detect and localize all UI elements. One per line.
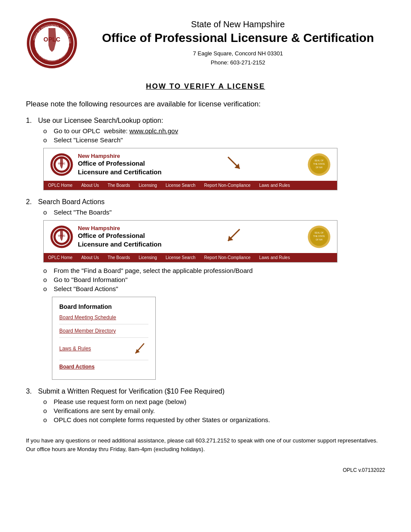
ws-title-2: New Hampshire Office of Professional Lic… <box>78 225 161 248</box>
ws-logo-area-2: OPLC New Hampshire Office of Professiona… <box>50 225 161 249</box>
nav-about-us-1[interactable]: About Us <box>77 181 103 190</box>
nav-laws-1[interactable]: Laws and Rules <box>255 181 294 190</box>
bullet-3-1: Please use request form on next page (be… <box>43 398 385 405</box>
office-name: Office of Professional Licensure & Certi… <box>91 31 385 45</box>
address: 7 Eagle Square, Concord NH 03301 Phone: … <box>91 49 385 67</box>
bullet-3-2: Verifications are sent by email only. <box>43 407 385 414</box>
svg-text:OPLC: OPLC <box>44 36 61 43</box>
address-line1: 7 Eagle Square, Concord NH 03301 <box>91 49 385 58</box>
bullet-2-2: From the "Find a Board" page, select the… <box>43 267 385 274</box>
ws-logo-area-1: OPLC New Hampshire Office of Professiona… <box>50 153 161 176</box>
page-title: HOW TO VERIFY A LICENSE <box>26 82 385 91</box>
list-item-3: 3. Submit a Written Request for Verifica… <box>26 388 385 423</box>
ws-seal-1: SEAL OF THE STATE OF NH <box>307 153 331 176</box>
bullet-3-3: OPLC does not complete forms requested b… <box>43 416 385 423</box>
svg-text:THE STATE: THE STATE <box>313 163 325 165</box>
page-header: OPLC OFFICE OF PROFESSIONAL LICENSURE AN… <box>26 17 385 69</box>
board-member-directory-link[interactable]: Board Member Directory <box>59 328 148 338</box>
nav-oplc-home-1[interactable]: OPLC Home <box>44 181 77 190</box>
nav-the-boards-1[interactable]: The Boards <box>103 181 135 190</box>
nav-oplc-home-2[interactable]: OPLC Home <box>44 253 77 262</box>
board-arrow-icon <box>133 341 148 356</box>
bullet-2-4: Select "Board Actions" <box>43 285 385 292</box>
bullet-2-1: Select "The Boards" <box>43 208 385 216</box>
ws-navbar-1: OPLC Home About Us The Boards Licensing … <box>44 181 337 190</box>
nav-licensing-1[interactable]: Licensing <box>135 181 161 190</box>
svg-text:SEAL OF: SEAL OF <box>315 159 324 162</box>
bullet-1-2: Select "License Search" <box>43 136 385 144</box>
ws-seal-2: SEAL OF THE STATE OF NH <box>307 225 331 249</box>
svg-text:OPLC: OPLC <box>58 162 65 165</box>
website-screenshot-2: OPLC New Hampshire Office of Professiona… <box>43 220 337 263</box>
item2-bullets: Select "The Boards" <box>26 208 385 216</box>
item3-title: 3. Submit a Written Request for Verifica… <box>26 388 385 395</box>
phone: Phone: 603-271-2152 <box>91 58 385 67</box>
nav-the-boards-2[interactable]: The Boards <box>103 253 135 262</box>
footer-note: If you have any questions or need additi… <box>26 436 385 455</box>
board-info-title: Board Information <box>59 303 148 310</box>
nav-report-1[interactable]: Report Non-Compliance <box>200 181 255 190</box>
ws-header-1: OPLC New Hampshire Office of Professiona… <box>44 148 337 181</box>
board-info-box: Board Information Board Meeting Schedule… <box>52 297 156 380</box>
ws-logo-1: OPLC <box>50 153 74 176</box>
item2-bullets-after: From the "Find a Board" page, select the… <box>26 267 385 292</box>
oplc-website-link[interactable]: www.oplc.nh.gov <box>129 127 178 135</box>
svg-text:SEAL OF: SEAL OF <box>315 231 324 234</box>
item2-title: 2. Search Board Actions <box>26 198 385 206</box>
state-name: State of New Hampshire <box>91 19 385 29</box>
svg-text:THE STATE: THE STATE <box>313 235 325 237</box>
list-item-2: 2. Search Board Actions Select "The Boar… <box>26 198 385 380</box>
item1-title: 1. Use our Licensee Search/Lookup option… <box>26 117 385 125</box>
svg-text:OF NH: OF NH <box>316 238 323 241</box>
laws-rules-link[interactable]: Laws & Rules <box>59 346 91 352</box>
nav-licensing-2[interactable]: Licensing <box>135 253 161 262</box>
item3-bullets: Please use request form on next page (be… <box>26 398 385 423</box>
svg-text:OPLC: OPLC <box>58 234 65 237</box>
version-label: OPLC v.07132022 <box>26 467 385 473</box>
board-meeting-schedule-link[interactable]: Board Meeting Schedule <box>59 314 148 324</box>
board-actions-link[interactable]: Board Actions <box>59 364 148 370</box>
bullet-1-1: Go to our OPLC website: www.oplc.nh.gov <box>43 127 385 135</box>
ws-logo-2: OPLC <box>50 225 74 249</box>
bullet-2-3: Go to "Board Information" <box>43 276 385 283</box>
ws-title-1: New Hampshire Office of Professional Lic… <box>78 153 161 176</box>
website-screenshot-1: OPLC New Hampshire Office of Professiona… <box>43 148 337 190</box>
nav-report-2[interactable]: Report Non-Compliance <box>200 253 255 262</box>
nav-license-search-1[interactable]: License Search <box>161 181 200 190</box>
nav-about-us-2[interactable]: About Us <box>77 253 103 262</box>
nav-laws-2[interactable]: Laws and Rules <box>255 253 294 262</box>
svg-text:OF NH: OF NH <box>316 166 323 169</box>
oplc-logo: OPLC OFFICE OF PROFESSIONAL LICENSURE AN… <box>26 17 78 69</box>
intro-text: Please note the following resources are … <box>26 99 385 110</box>
arrow-2 <box>226 227 243 246</box>
list-item-1: 1. Use our Licensee Search/Lookup option… <box>26 117 385 190</box>
item1-bullets: Go to our OPLC website: www.oplc.nh.gov … <box>26 127 385 144</box>
main-list: 1. Use our Licensee Search/Lookup option… <box>26 117 385 423</box>
arrow-1 <box>226 155 243 174</box>
ws-header-2: OPLC New Hampshire Office of Professiona… <box>44 221 337 253</box>
header-text-block: State of New Hampshire Office of Profess… <box>91 19 385 67</box>
ws-navbar-2: OPLC Home About Us The Boards Licensing … <box>44 253 337 262</box>
nav-license-search-2[interactable]: License Search <box>161 253 200 262</box>
